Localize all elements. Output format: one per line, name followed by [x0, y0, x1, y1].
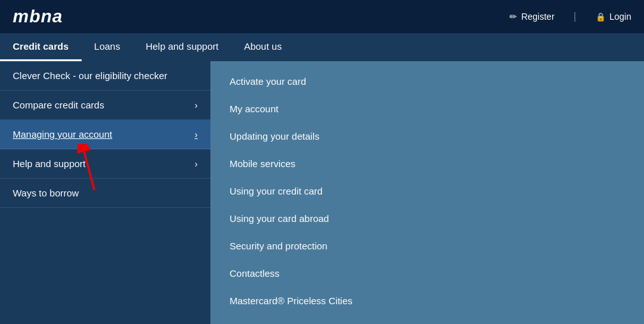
nav-item-help-and-support[interactable]: Help and support [133, 33, 231, 61]
sidebar: Clever Check - our eligibility checker C… [0, 61, 210, 324]
main-content: Clever Check - our eligibility checker C… [0, 61, 644, 324]
nav-item-about-us[interactable]: About us [231, 33, 295, 61]
top-bar-actions: Register | Login [509, 11, 631, 22]
dropdown-item-contactless[interactable]: Contactless [210, 260, 644, 287]
dropdown-item-using-card-abroad[interactable]: Using your card abroad [210, 205, 644, 232]
register-link[interactable]: Register [509, 11, 554, 22]
dropdown-item-my-account[interactable]: My account [210, 95, 644, 122]
dropdown-panel: Activate your card My account Updating y… [210, 61, 644, 324]
dropdown-item-online-security[interactable]: Changes to online security [210, 314, 644, 324]
nav-item-loans[interactable]: Loans [82, 33, 133, 61]
login-link[interactable]: Login [596, 11, 631, 22]
nav-item-credit-cards[interactable]: Credit cards [0, 33, 82, 61]
dropdown-item-updating-details[interactable]: Updating your details [210, 122, 644, 150]
chevron-right-icon: › [194, 159, 198, 169]
dropdown-item-mastercard-cities[interactable]: Mastercard® Priceless Cities [210, 287, 644, 314]
divider: | [574, 11, 576, 22]
sidebar-item-clever-check[interactable]: Clever Check - our eligibility checker [0, 61, 210, 91]
nav-bar: Credit cards Loans Help and support Abou… [0, 33, 644, 61]
pencil-icon [509, 11, 517, 22]
dropdown-item-using-credit-card[interactable]: Using your credit card [210, 177, 644, 205]
dropdown-item-activate-card[interactable]: Activate your card [210, 68, 644, 95]
top-bar: mbna Register | Login [0, 0, 644, 33]
sidebar-item-ways-to-borrow[interactable]: Ways to borrow [0, 179, 210, 208]
dropdown-item-mobile-services[interactable]: Mobile services [210, 150, 644, 177]
sidebar-item-compare[interactable]: Compare credit cards › [0, 91, 210, 120]
sidebar-item-help-support[interactable]: Help and support › [0, 149, 210, 179]
chevron-right-icon: › [194, 129, 198, 140]
logo: mbna [13, 6, 63, 27]
dropdown-item-security[interactable]: Security and protection [210, 232, 644, 260]
sidebar-item-managing-account[interactable]: Managing your account › [0, 120, 210, 149]
lock-icon [596, 11, 606, 22]
chevron-right-icon: › [194, 100, 198, 110]
